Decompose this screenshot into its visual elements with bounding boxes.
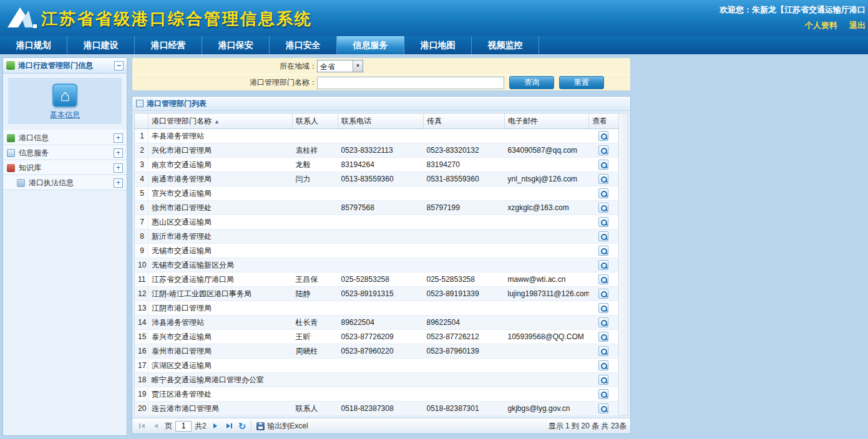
email-cell (505, 244, 589, 258)
view-magnifier-button[interactable] (598, 217, 608, 227)
phone-cell: 0513-83559360 (338, 172, 424, 186)
expand-button[interactable]: + (114, 178, 123, 188)
collapse-button[interactable]: − (114, 61, 124, 70)
dept-name-input[interactable] (317, 77, 504, 89)
nav-tab[interactable]: 港口安全 (270, 36, 337, 54)
table-row[interactable]: 1丰县港务管理站 (135, 129, 619, 143)
column-header[interactable]: 传真 (424, 113, 505, 129)
nav-tab[interactable]: 港口建设 (67, 36, 135, 54)
reset-button[interactable]: 重置 (559, 76, 604, 89)
sidebar-item-label: 港口信息 (19, 133, 49, 143)
table-row[interactable]: 14沛县港务管理站杜长青8962250489622504 (135, 316, 619, 330)
table-row[interactable]: 6徐州市港口管理处8579756885797199xzgkglc@163.com (135, 201, 619, 215)
table-row[interactable]: 13江阴市港口管理局 (135, 301, 619, 316)
nav-tab[interactable]: 港口地图 (404, 36, 472, 54)
table-row[interactable]: 4南通市港务管理局闫力0513-835593600531-83559360ynl… (135, 172, 619, 186)
column-header[interactable]: 港口管理部门名称▲ (149, 113, 293, 129)
expand-button[interactable]: + (114, 133, 123, 143)
app-logo-icon (5, 5, 37, 33)
column-header[interactable]: 联系电话 (338, 113, 424, 129)
view-magnifier-button[interactable] (598, 375, 608, 385)
table-row[interactable]: 19贾汪区港务管理处 (135, 387, 619, 402)
table-row[interactable]: 9无锡市交通运输局 (135, 244, 619, 258)
dept-name-cell: 泰州市港口管理局 (149, 344, 293, 359)
export-excel-button[interactable]: 输出到Excel (256, 421, 308, 432)
nav-tab[interactable]: 港口保安 (202, 36, 270, 54)
view-magnifier-button[interactable] (598, 317, 608, 327)
nav-tab[interactable]: 港口规划 (0, 36, 67, 54)
sidebar-item-basic-info[interactable]: ⌂ 基本信息 (8, 78, 122, 124)
dept-name-cell: 丰县港务管理站 (149, 129, 293, 143)
profile-link[interactable]: 个人资料 (805, 21, 837, 30)
email-cell: 634090587@qq.com (505, 143, 589, 158)
view-magnifier-button[interactable] (598, 346, 608, 356)
dept-name-cell: 江苏省交通运输厅港口局 (149, 273, 293, 287)
fax-cell: 0518-82387301 (424, 402, 505, 416)
table-row[interactable]: 3南京市交通运输局龙毅8319426483194270 (135, 158, 619, 172)
sidebar-item[interactable]: 港口执法信息+ (3, 175, 127, 190)
table-row[interactable]: 17滨湖区交通运输局 (135, 359, 619, 373)
table-row[interactable]: 12江阴-靖江工业园区港口事务局陆静0523-891913150523-8919… (135, 287, 619, 301)
table-scrollbar[interactable] (619, 113, 628, 416)
first-page-button[interactable] (136, 421, 147, 431)
sidebar-item[interactable]: 信息服务+ (3, 145, 127, 160)
email-cell (505, 316, 589, 330)
table-row[interactable]: 10无锡市交通运输新区分局 (135, 258, 619, 273)
table-row[interactable]: 7惠山区交通运输局 (135, 215, 619, 229)
view-magnifier-button[interactable] (598, 188, 608, 198)
table-row[interactable]: 2兴化市港口管理局袁桂祥0523-833221130523-8332013263… (135, 143, 619, 158)
view-magnifier-button[interactable] (598, 145, 608, 155)
fax-cell: 0523-83320132 (424, 143, 505, 158)
app: 江苏省省级港口综合管理信息系统 欢迎您：朱新龙【江苏省交通运输厅港口 个人资料 … (0, 0, 868, 439)
expand-button[interactable]: + (114, 163, 123, 173)
fax-cell (424, 215, 505, 229)
view-magnifier-button[interactable] (598, 360, 608, 370)
view-magnifier-button[interactable] (598, 203, 608, 213)
row-number-cell: 11 (135, 273, 149, 287)
view-magnifier-button[interactable] (598, 174, 608, 184)
view-magnifier-button[interactable] (598, 231, 608, 241)
view-magnifier-button[interactable] (598, 131, 608, 141)
dept-name-cell: 兴化市港口管理局 (149, 143, 293, 158)
view-magnifier-button[interactable] (598, 332, 608, 342)
table-row[interactable]: 8新沂市港务管理处 (135, 229, 619, 244)
nav-tab[interactable]: 港口经营 (135, 36, 202, 54)
view-magnifier-button[interactable] (598, 246, 608, 256)
phone-cell (338, 215, 424, 229)
view-magnifier-button[interactable] (598, 160, 608, 170)
column-header[interactable]: 查看 (589, 113, 619, 129)
query-button[interactable]: 查询 (509, 76, 554, 89)
view-magnifier-button[interactable] (598, 403, 608, 413)
table-row[interactable]: 20连云港市港口管理局联系人0518-823873080518-82387301… (135, 402, 619, 416)
next-page-button[interactable] (210, 421, 221, 431)
nav-tab[interactable]: 信息服务 (337, 36, 404, 54)
table-row[interactable]: 5宜兴市交通运输局 (135, 186, 619, 201)
view-magnifier-button[interactable] (598, 389, 608, 399)
page-number-input[interactable] (175, 421, 192, 432)
expand-button[interactable]: + (114, 148, 123, 158)
phone-cell: 85797568 (338, 201, 424, 215)
column-header[interactable]: 电子邮件 (505, 113, 589, 129)
view-cell (589, 215, 619, 229)
prev-page-button[interactable] (150, 421, 162, 431)
region-select[interactable]: 全省 ▼ (317, 60, 363, 72)
last-page-button[interactable] (224, 421, 235, 431)
table-row[interactable]: 16泰州市港口管理局周晓柱0523-879602200523-87960139 (135, 344, 619, 359)
view-magnifier-button[interactable] (598, 260, 608, 270)
refresh-icon[interactable]: ↻ (238, 422, 246, 431)
dept-name-cell: 无锡市交通运输局 (149, 244, 293, 258)
table-row[interactable]: 15泰兴市交通运输局王昕0523-877262090523-8772621210… (135, 330, 619, 344)
table-row[interactable]: 18睢宁县交通运输局港口管理办公室 (135, 373, 619, 387)
view-magnifier-button[interactable] (598, 289, 608, 299)
column-header[interactable]: 联系人 (293, 113, 338, 129)
logout-link[interactable]: 退出 (849, 21, 866, 30)
sidebar-item[interactable]: 港口信息+ (3, 130, 127, 145)
nav-tab[interactable]: 视频监控 (472, 36, 539, 54)
email-cell (505, 373, 589, 387)
view-magnifier-button[interactable] (598, 274, 608, 284)
table-row[interactable]: 11江苏省交通运输厅港口局王昌保025-52853258025-52853258… (135, 273, 619, 287)
email-cell: ynl_ntsgkj@126.com (505, 172, 589, 186)
view-cell (589, 258, 619, 273)
view-magnifier-button[interactable] (598, 303, 608, 313)
sidebar-item[interactable]: 知识库+ (3, 160, 127, 175)
